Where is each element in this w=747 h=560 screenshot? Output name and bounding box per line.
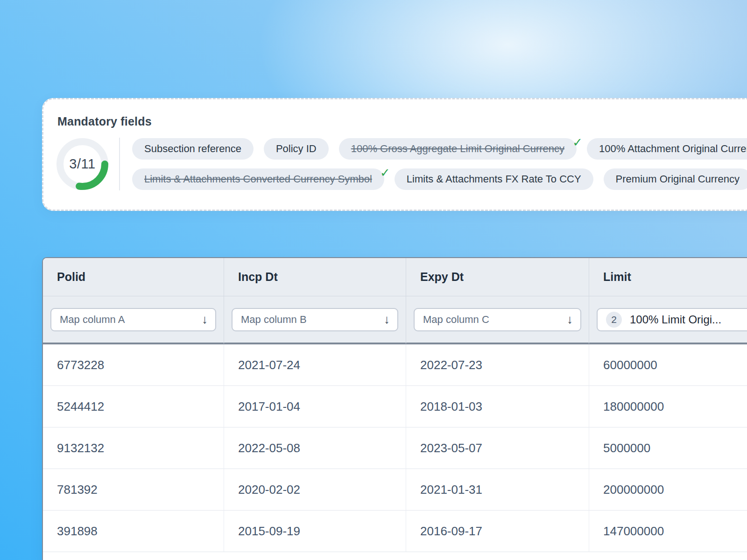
table-row: 781392 2020-02-02 2021-01-31 200000000 [43, 469, 747, 511]
cell-incp-dt: 2021-07-24 [224, 344, 406, 386]
mapping-count-badge: 2 [606, 312, 622, 328]
cell-polid: 781392 [43, 469, 224, 511]
mandatory-field-chips: Subsection reference Policy ID 100% Gros… [132, 138, 747, 190]
field-chip-fx-rate-to-ccy[interactable]: Limits & Attachments FX Rate To CCY [395, 168, 593, 190]
arrow-down-icon: ↓ [567, 312, 573, 327]
cell-expy-dt: 2023-05-07 [406, 427, 589, 469]
map-column-b-dropdown[interactable]: Map column B ↓ [232, 308, 398, 331]
table-row: 391898 2015-09-19 2016-09-17 147000000 [43, 511, 747, 552]
cell-polid: 9132132 [43, 427, 224, 469]
progress-count: 3/11 [56, 138, 109, 190]
check-icon: ✓ [380, 162, 390, 183]
column-header-limit: Limit [589, 258, 747, 296]
selected-mapping-label: 100% Limit Origi... [630, 313, 721, 326]
cell-limit: 5000000 [589, 427, 747, 469]
cell-limit: 180000000 [589, 386, 747, 427]
arrow-down-icon: ↓ [202, 312, 208, 327]
cell-expy-dt: 2016-09-17 [406, 511, 589, 552]
field-chip-subsection-reference[interactable]: Subsection reference [132, 138, 254, 160]
cell-polid: 5244412 [43, 386, 224, 427]
cell-expy-dt: 2021-01-31 [406, 469, 589, 511]
cell-limit: 60000000 [589, 344, 747, 386]
field-chip-policy-id[interactable]: Policy ID [264, 138, 329, 160]
progress-ring: 3/11 [56, 138, 109, 190]
column-mapping-table: Polid Incp Dt Expy Dt Limit Map column A… [42, 257, 747, 560]
arrow-down-icon: ↓ [384, 312, 390, 327]
cell-incp-dt: 2020-02-02 [224, 469, 406, 511]
cell-incp-dt: 2015-09-19 [224, 511, 406, 552]
cell-polid: 391898 [43, 511, 224, 552]
table-row: 5244412 2017-01-04 2018-01-03 180000000 [43, 386, 747, 427]
cell-polid: 6773228 [43, 344, 224, 386]
column-header-expy-dt: Expy Dt [406, 258, 589, 296]
cell-limit: 200000000 [589, 469, 747, 511]
panel-title: Mandatory fields [57, 115, 747, 128]
field-chip-converted-currency-symbol[interactable]: Limits & Attachments Converted Currency … [132, 168, 384, 190]
table-header-row: Polid Incp Dt Expy Dt Limit [43, 258, 747, 296]
mandatory-fields-panel: Mandatory fields 3/11 Subsection referen… [42, 98, 747, 211]
field-chip-attachment-original-currency[interactable]: 100% Attachment Original Currency [587, 138, 747, 160]
column-header-incp-dt: Incp Dt [224, 258, 406, 296]
cell-incp-dt: 2022-05-08 [224, 427, 406, 469]
map-column-c-dropdown[interactable]: Map column C ↓ [414, 308, 581, 331]
field-chip-premium-original-currency[interactable]: Premium Original Currency [604, 168, 747, 190]
table-row: 6773228 2021-07-24 2022-07-23 60000000 [43, 344, 747, 386]
cell-expy-dt: 2022-07-23 [406, 344, 589, 386]
map-column-a-dropdown[interactable]: Map column A ↓ [50, 308, 216, 331]
field-chip-gross-aggregate-limit[interactable]: 100% Gross Aggregate Limit Original Curr… [339, 138, 577, 160]
cell-limit: 147000000 [589, 511, 747, 552]
panel-divider [119, 138, 120, 190]
cell-expy-dt: 2018-01-03 [406, 386, 589, 427]
limit-mapping-dropdown[interactable]: 2 100% Limit Origi... [597, 308, 747, 331]
check-icon: ✓ [572, 132, 583, 153]
mapper-row: Map column A ↓ Map column B ↓ Map column… [43, 296, 747, 344]
column-header-polid: Polid [43, 258, 224, 296]
cell-incp-dt: 2017-01-04 [224, 386, 406, 427]
table-row: 9132132 2022-05-08 2023-05-07 5000000 [43, 427, 747, 469]
